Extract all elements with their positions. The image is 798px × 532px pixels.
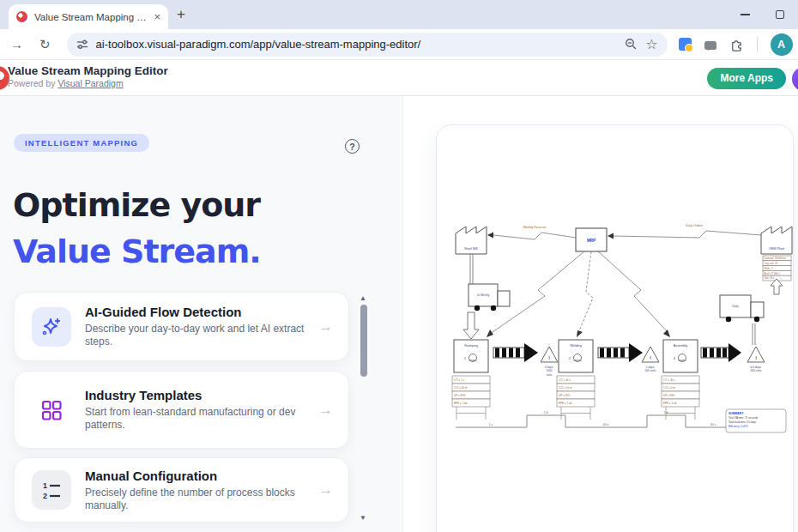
new-tab-button[interactable]: + [177, 6, 185, 23]
sparkle-ai-icon [32, 307, 71, 347]
svg-text:Daily: Daily [732, 305, 739, 308]
svg-text:2: 2 [569, 357, 571, 360]
card-title: Industry Templates [85, 388, 313, 402]
vsm-preview-card: Steel Mill MRP OEM Plant Weekly Fo [436, 124, 794, 532]
extensions-puzzle-icon[interactable] [729, 37, 744, 51]
svg-text:1000: 1000 [546, 369, 552, 372]
svg-text:1: 1 [43, 481, 47, 490]
user-avatar[interactable] [792, 67, 798, 91]
svg-text:Weekly Forecast: Weekly Forecast [523, 226, 547, 229]
toolbar-divider [757, 37, 758, 51]
inventory-triangle-3: I 0.5 days, 450 units [747, 347, 765, 372]
svg-text:Avail: 27,600 s: Avail: 27,600 s [765, 272, 781, 275]
card-desc: Precisely define the number of process b… [85, 487, 310, 512]
window-minimize-button[interactable] [741, 14, 750, 15]
svg-text:UP = 95%: UP = 95% [559, 394, 571, 397]
svg-text:Takt: 45 s: Takt: 45 s [765, 276, 776, 280]
svg-text:2 days,: 2 days, [545, 366, 553, 369]
svg-text:1 d: 1 d [664, 411, 668, 414]
reload-button[interactable]: ↻ [39, 37, 51, 52]
card-title: Manual Configuration [85, 469, 313, 483]
svg-text:Total lead time: 3.5 days: Total lead time: 3.5 days [728, 420, 757, 424]
timeline: 1 s 2 d 40 s 1 d 30 s 0.5 d [456, 410, 751, 428]
svg-text:Stamping: Stamping [464, 344, 478, 348]
site-settings-icon[interactable] [76, 39, 88, 51]
svg-text:Assembly: Assembly [674, 344, 688, 348]
svg-text:C/O = 0 m: C/O = 0 m [663, 386, 675, 390]
svg-text:MRP: MRP [587, 239, 595, 243]
svg-text:2x Weekly: 2x Weekly [477, 293, 490, 297]
process-stamping: Stamping 1 C/T = 1 s C/O = 60 m UP = 85%… [452, 340, 490, 420]
tab-close-icon[interactable]: × [154, 10, 160, 23]
chevron-right-icon[interactable]: → [318, 402, 333, 419]
card-ai-guided-flow-detection[interactable]: AI-Guided Flow Detection Describe your d… [14, 292, 349, 361]
svg-text:Total VA time: 71 seconds: Total VA time: 71 seconds [728, 416, 759, 420]
svg-text:OEM Plant: OEM Plant [769, 247, 785, 251]
svg-text:UP = 85%: UP = 85% [454, 394, 466, 397]
svg-text:EPE = 1 wk: EPE = 1 wk [663, 402, 677, 405]
address-bar[interactable]: ai-toolbox.visual-paradigm.com/app/value… [67, 33, 668, 57]
vsm-diagram: Steel Mill MRP OEM Plant Weekly Fo [437, 125, 794, 532]
bookmark-star-icon[interactable]: ☆ [645, 36, 657, 52]
oem-plant-factory: OEM Plant [761, 227, 792, 254]
page-title-line1: Optimize your [13, 182, 261, 228]
svg-text:40 s: 40 s [603, 423, 609, 426]
svg-text:UP = 98%: UP = 98% [663, 394, 675, 397]
visual-paradigm-link[interactable]: Visual Paradigm [57, 78, 123, 88]
browser-tab[interactable]: Value Stream Mapping Editor × [9, 4, 168, 29]
svg-text:C/T = 1 s: C/T = 1 s [454, 378, 465, 382]
app-title: Value Stream Mapping Editor [8, 64, 168, 77]
scrollbar-thumb[interactable] [360, 305, 367, 377]
svg-text:EPE = 1 wk: EPE = 1 wk [559, 402, 572, 405]
page-title-line2: Value Stream. [13, 228, 261, 275]
svg-text:Efficiency: 0.02%: Efficiency: 0.02% [728, 425, 748, 428]
svg-text:Shifts: 2: Shifts: 2 [765, 267, 774, 270]
extension-colorful-icon[interactable] [679, 38, 692, 51]
chevron-right-icon[interactable]: → [318, 481, 333, 499]
mrp-schedule-arrows [487, 251, 670, 337]
scrollbar-up-icon[interactable]: ▲ [360, 294, 366, 302]
svg-text:Daily Orders: Daily Orders [686, 224, 703, 227]
svg-text:SUMMARY: SUMMARY [728, 412, 744, 415]
card-desc: Describe your day-to-day work and let AI… [85, 323, 310, 348]
svg-text:450 units: 450 units [751, 369, 762, 372]
window-maximize-button[interactable] [776, 10, 784, 19]
browser-toolbar: → ↻ ai-toolbox.visual-paradigm.com/app/v… [0, 29, 798, 60]
oem-data-box: Demand: 18,000/mo Tray size: 20 Shifts: … [763, 256, 791, 281]
svg-text:Tray size: 20: Tray size: 20 [765, 262, 778, 265]
svg-text:1 s: 1 s [489, 423, 493, 426]
tab-strip: Value Stream Mapping Editor × + [0, 0, 798, 29]
process-welding: Welding 2 C/T = 40 s C/O = 10 m UP = 95%… [557, 340, 595, 420]
summary-box: SUMMARY Total VA time: 71 seconds Total … [726, 409, 786, 432]
browser-window: Value Stream Mapping Editor × + → ↻ ai-t… [0, 0, 798, 532]
browser-profile-avatar[interactable]: A [771, 33, 793, 56]
forward-button[interactable]: → [10, 37, 23, 51]
daily-truck: Daily [720, 279, 783, 345]
push-arrow [598, 343, 643, 362]
svg-text:EPE = 1 wk: EPE = 1 wk [454, 402, 468, 405]
svg-text:1: 1 [464, 357, 466, 360]
numbered-list-icon: 1 2 [32, 470, 71, 510]
push-arrow [701, 343, 741, 362]
feedback-chat-icon[interactable] [704, 41, 716, 50]
templates-grid-icon [32, 390, 71, 430]
zoom-out-icon[interactable] [625, 38, 638, 51]
scrollbar-down-icon[interactable]: ▼ [360, 514, 366, 522]
daily-orders-flow: Daily Orders [608, 224, 761, 239]
powered-prefix: Powered by [8, 78, 57, 88]
preview-panel: Steel Mill MRP OEM Plant Weekly Fo [403, 96, 798, 532]
svg-text:C/O = 60 m: C/O = 60 m [454, 386, 468, 390]
svg-text:C/O = 10 m: C/O = 10 m [559, 386, 572, 390]
chevron-right-icon[interactable]: → [318, 318, 333, 336]
help-icon[interactable]: ? [345, 139, 360, 154]
card-industry-templates[interactable]: Industry Templates Start from lean-stand… [14, 371, 349, 449]
inventory-triangle-1: I 2 days, 1000 units [541, 347, 558, 377]
url-text[interactable]: ai-toolbox.visual-paradigm.com/app/value… [96, 38, 618, 51]
weekly-forecast-flow: Weekly Forecast [487, 226, 576, 239]
card-manual-configuration[interactable]: 1 2 Manual Configuration Precisely defin… [14, 457, 349, 523]
svg-text:2: 2 [43, 492, 47, 500]
more-apps-button[interactable]: More Apps [707, 68, 786, 89]
svg-text:Demand: 18,000/mo: Demand: 18,000/mo [765, 257, 787, 260]
steel-mill-factory: Steel Mill [456, 227, 487, 254]
svg-text:500 units: 500 units [645, 369, 656, 372]
